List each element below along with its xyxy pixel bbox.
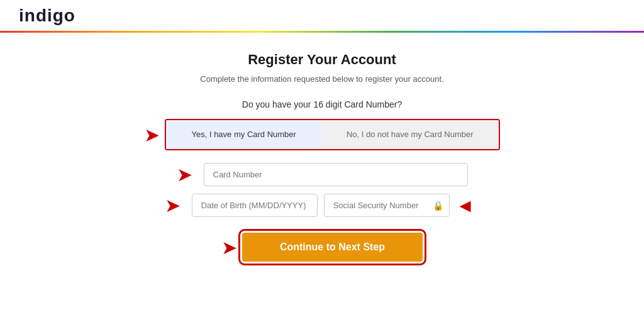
lock-icon: 🔒	[433, 201, 443, 211]
toggle-box: Yes, I have my Card Number No, I do not …	[165, 119, 499, 150]
toggle-no-button[interactable]: No, I do not have my Card Number	[321, 120, 499, 149]
toggle-yes-button[interactable]: Yes, I have my Card Number	[165, 119, 322, 150]
toggle-section: ➤ Yes, I have my Card Number No, I do no…	[144, 119, 499, 150]
subtitle: Complete the information requested below…	[200, 74, 443, 84]
card-number-row: ➤	[177, 163, 468, 186]
card-number-input[interactable]	[204, 163, 468, 186]
continue-button[interactable]: Continue to Next Step	[242, 233, 423, 262]
logo: indigo	[19, 6, 75, 26]
card-question: Do you have your 16 digit Card Number?	[242, 99, 402, 109]
arrow-continue-icon: ➤	[221, 236, 237, 259]
dob-input[interactable]	[192, 194, 318, 217]
arrow-toggle-icon: ➤	[144, 124, 160, 146]
arrow-card-icon: ➤	[177, 164, 192, 186]
button-section: ➤ Continue to Next Step	[221, 233, 423, 262]
dob-ssn-row: ➤ 🔒 ◄	[165, 194, 480, 217]
ssn-wrapper: 🔒	[324, 194, 450, 217]
arrow-ssn-icon: ◄	[456, 195, 475, 216]
form-section: ➤ ➤ 🔒 ◄	[0, 163, 644, 217]
arrow-dob-icon: ➤	[165, 194, 180, 216]
main-content: Register Your Account Complete the infor…	[0, 33, 644, 262]
ssn-input[interactable]	[324, 194, 450, 217]
header: indigo	[0, 0, 644, 33]
page-title: Register Your Account	[248, 52, 396, 68]
